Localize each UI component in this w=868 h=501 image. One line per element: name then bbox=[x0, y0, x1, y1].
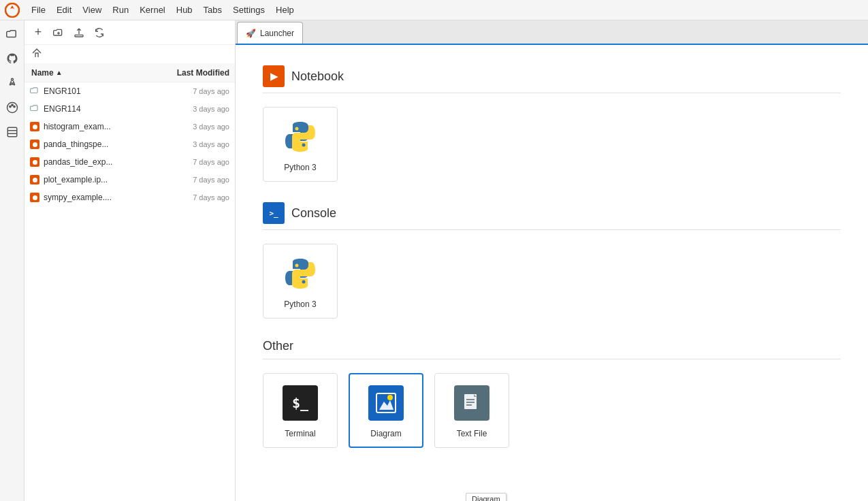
file-modified: 7 days ago bbox=[168, 87, 229, 95]
content-area: 🚀 Launcher ▶ Notebook bbox=[236, 20, 868, 501]
file-name: ENGR101 bbox=[44, 86, 168, 96]
svg-point-5 bbox=[13, 106, 14, 107]
file-modified: 7 days ago bbox=[168, 193, 229, 201]
svg-point-13 bbox=[302, 144, 306, 147]
menu-kernel[interactable]: Kernel bbox=[134, 3, 171, 16]
terminal-card-icon: $_ bbox=[280, 383, 321, 423]
notebook-icon bbox=[30, 122, 39, 131]
launcher-tab[interactable]: 🚀 Launcher bbox=[237, 22, 303, 44]
console-python3-label: Python 3 bbox=[284, 300, 316, 309]
sort-arrow-icon: ▲ bbox=[56, 69, 63, 76]
list-item[interactable]: pandas_tide_exp... 7 days ago bbox=[25, 153, 235, 171]
file-toolbar: + bbox=[25, 20, 235, 45]
svg-point-18 bbox=[387, 395, 393, 400]
notebook-divider bbox=[263, 93, 841, 93]
console-divider bbox=[263, 229, 841, 230]
other-divider bbox=[263, 359, 841, 359]
notebook-cards: Python 3 bbox=[263, 107, 841, 182]
running-sidebar-btn[interactable] bbox=[1, 72, 23, 94]
notebook-section-header: ▶ Notebook bbox=[263, 65, 841, 87]
upload-btn[interactable] bbox=[71, 25, 87, 41]
notebook-icon bbox=[30, 175, 39, 184]
terminal-card-label: Terminal bbox=[285, 429, 315, 438]
svg-point-3 bbox=[9, 106, 10, 107]
list-item[interactable]: histogram_exam... 3 days ago bbox=[25, 118, 235, 135]
menu-edit[interactable]: Edit bbox=[51, 3, 77, 16]
console-section-header: >_ Console bbox=[263, 202, 841, 224]
palette-sidebar-btn[interactable] bbox=[1, 97, 23, 118]
menu-hub[interactable]: Hub bbox=[171, 3, 198, 16]
column-name[interactable]: Name ▲ bbox=[25, 68, 160, 78]
file-name: ENGR114 bbox=[44, 104, 168, 114]
svg-marker-17 bbox=[379, 400, 393, 410]
menu-help[interactable]: Help bbox=[270, 3, 300, 16]
launcher-panel: ▶ Notebook bbox=[236, 45, 868, 501]
textfile-card[interactable]: Text File bbox=[434, 373, 509, 448]
tab-bar: 🚀 Launcher bbox=[236, 20, 868, 45]
new-launcher-btn[interactable]: + bbox=[30, 25, 46, 41]
file-modified: 7 days ago bbox=[168, 158, 229, 166]
file-name: panda_thingspe... bbox=[44, 140, 168, 149]
list-item[interactable]: plot_example.ip... 7 days ago bbox=[25, 171, 235, 189]
file-modified: 7 days ago bbox=[168, 176, 229, 184]
list-item[interactable]: sympy_example.... 7 days ago bbox=[25, 189, 235, 206]
list-item[interactable]: ENGR101 7 days ago bbox=[25, 82, 235, 100]
column-last-modified[interactable]: Last Modified bbox=[160, 68, 235, 78]
list-item[interactable]: panda_thingspe... 3 days ago bbox=[25, 135, 235, 153]
refresh-btn[interactable] bbox=[91, 25, 108, 41]
other-cards: $_ Terminal bbox=[263, 373, 841, 448]
svg-point-12 bbox=[295, 127, 299, 131]
file-column-headers: Name ▲ Last Modified bbox=[25, 63, 235, 82]
file-modified: 3 days ago bbox=[168, 140, 229, 148]
book-sidebar-btn[interactable] bbox=[1, 121, 23, 143]
python3-console-icon bbox=[280, 253, 321, 294]
terminal-card[interactable]: $_ Terminal bbox=[263, 373, 338, 448]
notebook-python3-card[interactable]: Python 3 bbox=[263, 107, 338, 182]
list-item[interactable]: ENGR114 3 days ago bbox=[25, 100, 235, 118]
file-modified: 3 days ago bbox=[168, 105, 229, 113]
file-name: plot_example.ip... bbox=[44, 175, 168, 184]
svg-point-15 bbox=[302, 280, 306, 284]
python3-notebook-icon bbox=[280, 116, 321, 157]
folder-sidebar-btn[interactable] bbox=[1, 23, 23, 45]
notebook-icon bbox=[30, 193, 39, 202]
svg-rect-11 bbox=[75, 35, 83, 37]
console-section-title: Console bbox=[291, 206, 336, 221]
notebook-icon bbox=[30, 140, 39, 149]
home-row[interactable] bbox=[25, 45, 235, 63]
file-panel: + Name ▲ Last Modified bbox=[25, 20, 236, 501]
diagram-tooltip: Diagram bbox=[466, 493, 507, 501]
menu-run[interactable]: Run bbox=[107, 3, 134, 16]
github-sidebar-btn[interactable] bbox=[1, 48, 23, 69]
icon-sidebar bbox=[0, 20, 25, 501]
file-name: pandas_tide_exp... bbox=[44, 157, 168, 167]
file-name: histogram_exam... bbox=[44, 122, 168, 131]
other-section-header: Other bbox=[263, 339, 841, 353]
console-python3-card[interactable]: Python 3 bbox=[263, 244, 338, 319]
menu-tabs[interactable]: Tabs bbox=[198, 3, 227, 16]
app-logo bbox=[3, 1, 22, 20]
textfile-card-icon bbox=[451, 383, 492, 423]
console-cards: Python 3 bbox=[263, 244, 841, 319]
console-section-icon: >_ bbox=[263, 202, 285, 224]
other-section-title: Other bbox=[263, 339, 293, 353]
folder-icon bbox=[30, 103, 39, 115]
notebook-section-icon: ▶ bbox=[263, 65, 285, 87]
diagram-card-label: Diagram bbox=[370, 429, 401, 438]
diagram-card-icon bbox=[366, 383, 406, 423]
notebook-python3-label: Python 3 bbox=[284, 163, 316, 172]
new-folder-btn[interactable] bbox=[50, 25, 67, 41]
diagram-card[interactable]: Diagram bbox=[349, 373, 423, 448]
svg-rect-6 bbox=[7, 127, 17, 137]
launcher-tab-icon: 🚀 bbox=[246, 29, 256, 38]
menu-settings[interactable]: Settings bbox=[227, 3, 270, 16]
file-list: ENGR101 7 days ago ENGR114 3 days ago hi… bbox=[25, 82, 235, 501]
textfile-card-label: Text File bbox=[457, 429, 487, 438]
svg-point-14 bbox=[295, 264, 299, 268]
notebook-section-title: Notebook bbox=[291, 69, 344, 84]
menu-view[interactable]: View bbox=[77, 3, 107, 16]
file-name: sympy_example.... bbox=[44, 193, 168, 202]
svg-point-1 bbox=[11, 78, 13, 80]
menubar: File Edit View Run Kernel Hub Tabs Setti… bbox=[0, 0, 868, 20]
menu-file[interactable]: File bbox=[26, 3, 51, 16]
